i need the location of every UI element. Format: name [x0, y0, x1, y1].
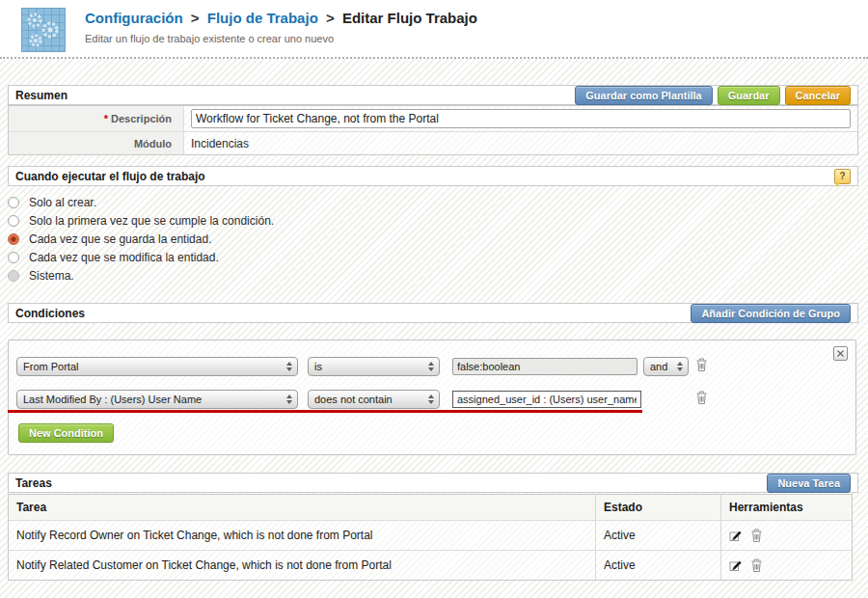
task-row: Notify Related Customer on Ticket Change…: [9, 550, 852, 580]
conditions-title: Condiciones: [15, 307, 85, 320]
new-task-button[interactable]: Nueva Tarea: [767, 474, 851, 493]
radio-label: Sistema.: [29, 269, 74, 283]
add-group-condition-button[interactable]: Añadir Condición de Grupo: [691, 304, 851, 323]
column-header-herramientas: Herramientas: [720, 495, 852, 520]
task-name: Notify Related Customer on Ticket Change…: [9, 551, 595, 580]
tasks-table: Tarea Estado Herramientas Notify Record …: [8, 494, 853, 581]
radio-option-cada-vez-guarda: Cada vez que se guarda la entidad.: [8, 230, 274, 248]
delete-condition-icon[interactable]: [695, 358, 708, 372]
radio-option-primera-vez: Solo la primera vez que se cumple la con…: [8, 211, 274, 230]
breadcrumb-current-page: Editar Flujo Trabajo: [342, 10, 477, 26]
required-asterisk: *: [104, 113, 108, 124]
up-down-stepper-icon: [428, 362, 434, 371]
module-label: Módulo: [9, 132, 184, 154]
help-icon[interactable]: ?: [834, 169, 851, 184]
up-down-stepper-icon: [677, 362, 683, 371]
task-row: Notify Record Owner on Ticket Change, wh…: [9, 520, 852, 550]
module-value: Incidencias: [184, 132, 857, 154]
condition-group-box: From Portal is and Last Mod: [8, 340, 856, 455]
condition-field-select[interactable]: Last Modified By : (Users) User Name: [16, 390, 298, 409]
radio-option-cada-vez-modifica: Cada vez que se modifica la entidad.: [8, 248, 274, 266]
new-condition-button[interactable]: New Condition: [18, 423, 114, 443]
condition-operator-select[interactable]: is: [308, 357, 440, 376]
breadcrumb-separator: >: [191, 10, 200, 26]
radio-icon[interactable]: [8, 197, 19, 208]
breadcrumb-link-configuracion[interactable]: Configuración: [85, 10, 183, 26]
edit-pencil-icon[interactable]: [729, 529, 743, 542]
radio-icon-selected[interactable]: [8, 233, 19, 245]
description-label: * Descripción: [9, 106, 184, 131]
workflow-module-icon: [21, 8, 66, 52]
trash-icon[interactable]: [750, 558, 763, 573]
condition-value-input[interactable]: [452, 391, 641, 408]
task-status: Active: [595, 521, 720, 550]
breadcrumb-separator: >: [326, 10, 335, 26]
description-row: * Descripción: [9, 106, 857, 131]
page-subtitle: Editar un flujo de trabajo existente o c…: [85, 33, 477, 44]
when-title: Cuando ejecutar el flujo de trabajo: [15, 170, 205, 183]
module-row: Módulo Incidencias: [9, 131, 857, 154]
radio-label: Cada vez que se modifica la entidad.: [29, 251, 219, 264]
tasks-table-header: Tarea Estado Herramientas: [9, 495, 852, 520]
close-icon[interactable]: [833, 346, 848, 361]
up-down-stepper-icon: [286, 362, 292, 371]
breadcrumb-link-flujo-de-trabajo[interactable]: Flujo de Trabajo: [207, 10, 318, 26]
resumen-fields-table: * Descripción Módulo Incidencias: [8, 105, 858, 155]
radio-icon[interactable]: [8, 252, 19, 263]
radio-icon[interactable]: [8, 215, 19, 227]
radio-option-solo-al-crear: Solo al crear.: [8, 193, 274, 211]
up-down-stepper-icon: [428, 394, 434, 404]
content-area: Resumen Guardar como Plantilla Guardar C…: [0, 59, 868, 598]
task-name: Notify Record Owner on Ticket Change, wh…: [9, 521, 595, 550]
task-status: Active: [595, 551, 720, 580]
tasks-title: Tareas: [15, 476, 52, 490]
workflow-editor-page: Configuración > Flujo de Trabajo > Edita…: [0, 0, 868, 598]
radio-label: Solo la primera vez que se cumple la con…: [29, 214, 274, 228]
description-input[interactable]: [191, 109, 851, 128]
radio-icon-disabled: [8, 270, 19, 282]
when-section-header: Cuando ejecutar el flujo de trabajo ?: [8, 166, 858, 186]
red-annotation-underline: [8, 410, 642, 413]
when-options: Solo al crear. Solo la primera vez que s…: [8, 193, 274, 285]
edit-pencil-icon[interactable]: [729, 558, 743, 572]
delete-condition-icon[interactable]: [695, 391, 708, 405]
condition-joiner-select[interactable]: and: [643, 357, 689, 376]
page-header: Configuración > Flujo de Trabajo > Edita…: [0, 0, 868, 57]
save-button[interactable]: Guardar: [718, 86, 780, 105]
cancel-button[interactable]: Cancelar: [785, 86, 851, 105]
breadcrumb: Configuración > Flujo de Trabajo > Edita…: [85, 10, 477, 26]
radio-label: Solo al crear.: [29, 196, 96, 209]
condition-operator-select[interactable]: does not contain: [308, 390, 440, 409]
trash-icon[interactable]: [750, 529, 763, 543]
resumen-title: Resumen: [15, 89, 68, 102]
condition-field-select[interactable]: From Portal: [16, 357, 298, 376]
resumen-section-header: Resumen Guardar como Plantilla Guardar C…: [8, 85, 858, 105]
up-down-stepper-icon: [286, 394, 292, 404]
column-header-tarea: Tarea: [9, 495, 595, 520]
radio-option-sistema: Sistema.: [8, 266, 274, 285]
tasks-section-header: Tareas Nueva Tarea: [8, 473, 858, 493]
column-header-estado: Estado: [595, 495, 720, 520]
radio-label: Cada vez que se guarda la entidad.: [29, 232, 211, 246]
conditions-section-header: Condiciones Añadir Condición de Grupo: [8, 303, 858, 323]
condition-value-input[interactable]: [452, 358, 637, 375]
save-as-template-button[interactable]: Guardar como Plantilla: [575, 86, 712, 105]
